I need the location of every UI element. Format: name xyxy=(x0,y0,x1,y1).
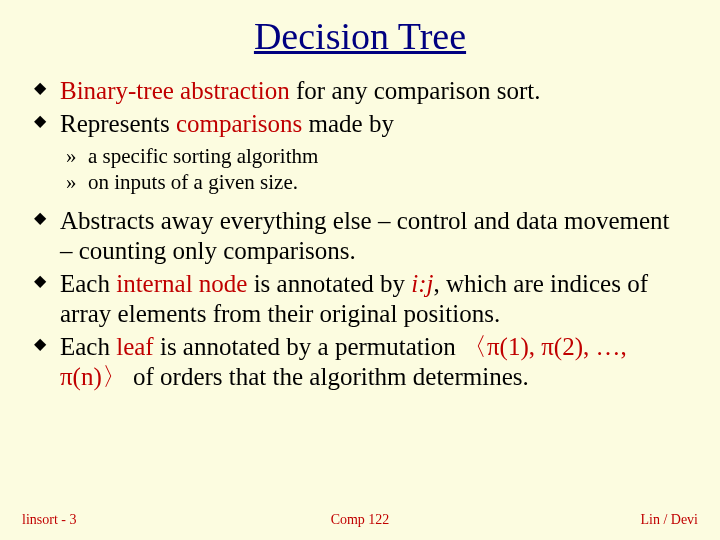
slide-body: Binary-tree abstraction for any comparis… xyxy=(0,58,720,393)
sub-bullet-text: a specific sorting algorithm xyxy=(88,144,318,168)
bullet-item: Represents comparisons made by xyxy=(32,109,688,140)
bullet-text: Abstracts away everything else – control… xyxy=(60,207,670,265)
bullet-text: made by xyxy=(302,110,394,137)
bullet-text: Each xyxy=(60,333,116,360)
bullet-item: Each leaf is annotated by a permutation … xyxy=(32,332,688,393)
sub-bullet-group: a specific sorting algorithm on inputs o… xyxy=(32,143,688,196)
bullet-text: Each xyxy=(60,270,116,297)
bullet-item: Each internal node is annotated by i:j, … xyxy=(32,269,688,330)
sub-bullet-text: on inputs of a given size. xyxy=(88,170,298,194)
slide: Decision Tree Binary-tree abstraction fo… xyxy=(0,0,720,540)
bullet-text: is annotated by xyxy=(247,270,411,297)
key-term: comparisons xyxy=(176,110,302,137)
bullet-item: Binary-tree abstraction for any comparis… xyxy=(32,76,688,107)
sub-bullet-item: on inputs of a given size. xyxy=(32,169,688,195)
sub-bullet-item: a specific sorting algorithm xyxy=(32,143,688,169)
bullet-text: Represents xyxy=(60,110,176,137)
key-term: Binary-tree abstraction xyxy=(60,77,290,104)
key-term: internal node xyxy=(116,270,247,297)
bullet-text: is annotated by a permutation xyxy=(154,333,462,360)
bullet-item: Abstracts away everything else – control… xyxy=(32,206,688,267)
footer-center: Comp 122 xyxy=(0,512,720,528)
bullet-text: for any comparison sort. xyxy=(290,77,541,104)
notation: i:j xyxy=(411,270,433,297)
key-term: leaf xyxy=(116,333,153,360)
bullet-text: of orders that the algorithm determines. xyxy=(127,363,529,390)
footer-right: Lin / Devi xyxy=(640,512,698,528)
slide-title: Decision Tree xyxy=(0,0,720,58)
